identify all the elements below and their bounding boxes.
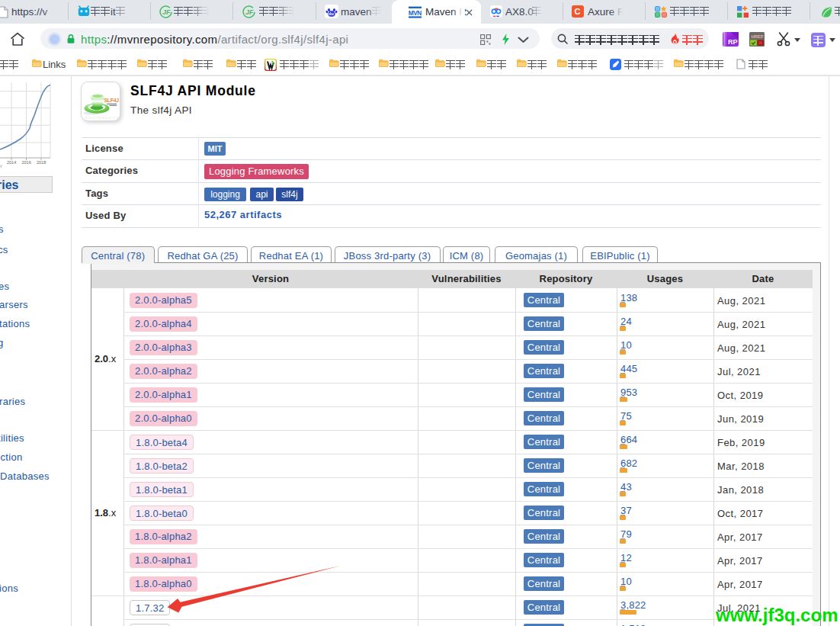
svg-text:C: C	[574, 7, 580, 16]
svg-text:JF: JF	[245, 8, 254, 16]
svg-text:2014: 2014	[7, 160, 16, 165]
svg-text:2016: 2016	[22, 160, 31, 165]
svg-text:RP: RP	[728, 38, 738, 46]
svg-text:SLF4J: SLF4J	[104, 98, 120, 103]
svg-text:mvnrepository: mvnrepository	[85, 115, 120, 120]
svg-text:du: du	[329, 11, 334, 16]
svg-text:JF: JF	[162, 8, 171, 16]
svg-text:MVN: MVN	[409, 9, 422, 17]
svg-text:2018: 2018	[37, 160, 46, 165]
svg-text:HREF: HREF	[751, 34, 764, 39]
